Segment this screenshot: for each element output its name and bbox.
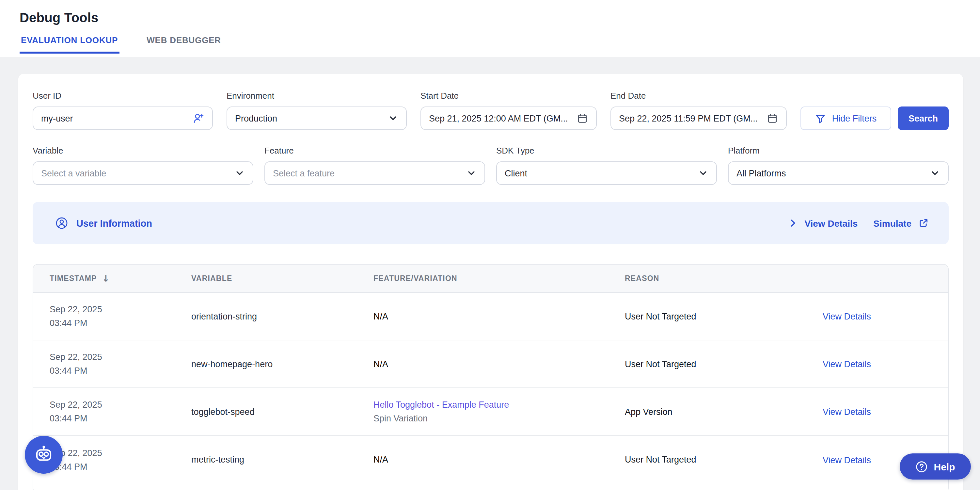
timestamp-cell: Sep 22, 2025 03:44 PM — [49, 303, 191, 330]
feature-label: Feature — [264, 146, 485, 155]
calendar-icon[interactable] — [767, 112, 778, 124]
user-information-title: User Information — [76, 218, 152, 228]
calendar-icon[interactable] — [576, 112, 588, 124]
reason-cell: User Not Targeted — [625, 455, 822, 464]
help-label: Help — [934, 461, 955, 472]
action-cell: View Details — [822, 358, 948, 370]
help-question-icon — [915, 460, 928, 473]
feature-variation-cell: Hello Togglebot - Example Feature Spin V… — [374, 398, 625, 425]
table-row: Sep 22, 2025 03:44 PM togglebot-speed He… — [33, 388, 948, 436]
end-date-label: End Date — [611, 91, 787, 101]
user-id-field: User ID my-user — [33, 91, 213, 130]
platform-label: Platform — [728, 146, 949, 155]
table-row: Sep 22, 2025 03:44 PM orientation-string… — [33, 293, 948, 340]
action-cell: View Details — [822, 406, 948, 418]
variable-label: Variable — [33, 146, 253, 155]
chevron-right-icon — [788, 218, 798, 228]
platform-select[interactable]: All Platforms — [728, 161, 949, 185]
timestamp-cell: Sep 22, 2025 03:44 PM — [49, 398, 191, 425]
chevron-down-icon — [466, 168, 477, 178]
variation-label: Spin Variation — [374, 412, 625, 425]
tab-evaluation-lookup[interactable]: EVALUATION LOOKUP — [19, 35, 119, 54]
table-body: Sep 22, 2025 03:44 PM orientation-string… — [33, 293, 948, 484]
user-information-toggle[interactable]: User Information — [55, 216, 152, 230]
column-header-feature-variation[interactable]: FEATURE/VARIATION — [374, 275, 625, 282]
reason-cell: App Version — [625, 407, 822, 417]
feature-field: Feature Select a feature — [264, 146, 485, 185]
tab-bar: EVALUATION LOOKUP WEB DEBUGGER — [19, 35, 980, 54]
environment-select[interactable]: Production — [227, 107, 407, 130]
simulate-label: Simulate — [873, 218, 912, 228]
togglebot-assistant-button[interactable] — [25, 436, 63, 474]
simulate-link[interactable]: Simulate — [873, 217, 929, 229]
feature-placeholder: Select a feature — [273, 168, 466, 178]
view-details-link[interactable]: View Details — [822, 312, 871, 321]
reason-cell: User Not Targeted — [625, 359, 822, 369]
start-date-label: Start Date — [420, 91, 597, 101]
start-date-value: Sep 21, 2025 12:00 AM EDT (GM... — [429, 113, 576, 123]
hide-filters-label: Hide Filters — [832, 113, 877, 123]
chevron-down-icon — [388, 113, 398, 123]
action-cell: View Details — [822, 310, 948, 322]
variable-select[interactable]: Select a variable — [33, 161, 253, 185]
variable-field: Variable Select a variable — [33, 146, 253, 185]
end-date-value: Sep 22, 2025 11:59 PM EDT (GM... — [619, 113, 767, 123]
tab-web-debugger[interactable]: WEB DEBUGGER — [145, 35, 222, 54]
feature-variation-cell: N/A — [374, 453, 625, 466]
evaluation-results-table: TIMESTAMP ↓ VARIABLE FEATURE/VARIATION R… — [33, 264, 949, 490]
user-id-input[interactable]: my-user — [33, 107, 213, 130]
page-header: Debug Tools EVALUATION LOOKUP WEB DEBUGG… — [0, 0, 980, 57]
view-details-link[interactable]: View Details — [822, 455, 871, 465]
reason-cell: User Not Targeted — [625, 311, 822, 321]
table-row: Sep 22, 2025 03:44 PM metric-testing N/A… — [33, 436, 948, 484]
filters-row-2: Variable Select a variable Feature Selec… — [33, 146, 949, 185]
platform-field: Platform All Platforms — [728, 146, 949, 185]
hide-filters-button[interactable]: Hide Filters — [800, 107, 891, 130]
feature-variation-cell: N/A — [374, 310, 625, 323]
sdk-type-label: SDK Type — [496, 146, 717, 155]
variable-cell: orientation-string — [191, 311, 374, 321]
user-circle-icon — [55, 216, 68, 230]
platform-value: All Platforms — [737, 168, 930, 178]
robot-icon — [33, 444, 55, 466]
table-row-partial — [33, 484, 948, 490]
user-id-value: my-user — [41, 113, 192, 123]
chevron-down-icon — [930, 168, 940, 178]
timestamp-cell: Sep 22, 2025 03:44 PM — [49, 446, 191, 473]
end-date-input[interactable]: Sep 22, 2025 11:59 PM EDT (GM... — [611, 107, 787, 130]
feature-link[interactable]: Hello Togglebot - Example Feature — [374, 400, 509, 410]
sdk-type-value: Client — [505, 168, 698, 178]
external-link-icon — [918, 217, 929, 229]
filter-buttons: Hide Filters Search — [800, 107, 949, 130]
end-date-field: End Date Sep 22, 2025 11:59 PM EDT (GM..… — [611, 91, 787, 130]
variable-cell: metric-testing — [191, 455, 374, 464]
column-header-variable[interactable]: VARIABLE — [191, 275, 374, 282]
user-add-icon[interactable] — [192, 112, 204, 124]
view-details-link[interactable]: View Details — [822, 407, 871, 417]
view-details-link[interactable]: View Details — [822, 359, 871, 369]
feature-variation-cell: N/A — [374, 357, 625, 371]
user-info-view-details[interactable]: View Details — [788, 218, 858, 228]
help-button[interactable]: Help — [900, 453, 971, 480]
page-title: Debug Tools — [19, 10, 980, 26]
start-date-input[interactable]: Sep 21, 2025 12:00 AM EDT (GM... — [420, 107, 597, 130]
environment-field: Environment Production — [227, 91, 407, 130]
funnel-icon — [815, 113, 826, 124]
chevron-down-icon — [698, 168, 708, 178]
sdk-type-select[interactable]: Client — [496, 161, 717, 185]
column-header-reason[interactable]: REASON — [625, 275, 822, 282]
search-button[interactable]: Search — [898, 107, 949, 130]
start-date-field: Start Date Sep 21, 2025 12:00 AM EDT (GM… — [420, 91, 597, 130]
sdk-type-field: SDK Type Client — [496, 146, 717, 185]
feature-select[interactable]: Select a feature — [264, 161, 485, 185]
evaluation-lookup-panel: User ID my-user Environment Productio — [18, 74, 963, 490]
timestamp-cell: Sep 22, 2025 03:44 PM — [49, 350, 191, 378]
sort-desc-icon: ↓ — [102, 273, 110, 284]
view-details-label: View Details — [804, 218, 858, 228]
environment-label: Environment — [227, 91, 407, 101]
variable-cell: togglebot-speed — [191, 407, 374, 417]
chevron-down-icon — [234, 168, 245, 178]
column-header-timestamp[interactable]: TIMESTAMP ↓ — [49, 273, 191, 284]
user-information-banner: User Information View Details Simulate — [33, 202, 949, 244]
filters-row-1: User ID my-user Environment Productio — [33, 91, 949, 130]
